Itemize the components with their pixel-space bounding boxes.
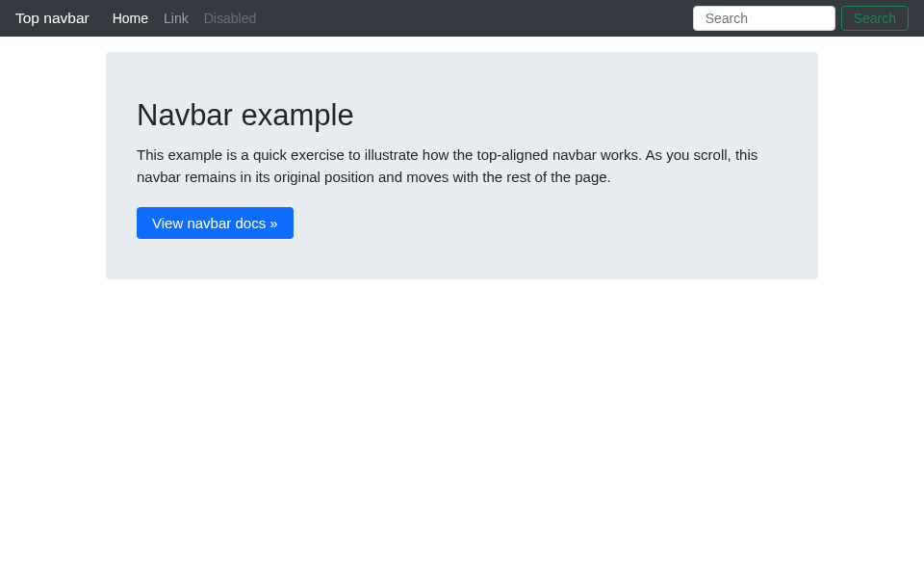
nav-item-disabled: Disabled bbox=[196, 7, 264, 30]
navbar-left: Top navbar Home Link Disabled bbox=[15, 7, 264, 30]
navbar-brand[interactable]: Top navbar bbox=[15, 10, 90, 27]
page-title: Navbar example bbox=[137, 98, 787, 133]
top-navbar: Top navbar Home Link Disabled Search bbox=[0, 0, 924, 37]
search-input[interactable] bbox=[693, 6, 835, 31]
search-button[interactable]: Search bbox=[841, 6, 909, 31]
jumbotron: Navbar example This example is a quick e… bbox=[106, 52, 818, 279]
page-description: This example is a quick exercise to illu… bbox=[137, 144, 787, 188]
view-docs-button[interactable]: View navbar docs » bbox=[137, 207, 294, 239]
navbar-right: Search bbox=[693, 6, 909, 31]
main-content: Navbar example This example is a quick e… bbox=[0, 52, 924, 279]
nav-item-home[interactable]: Home bbox=[105, 7, 156, 30]
nav-item-link[interactable]: Link bbox=[156, 7, 196, 30]
